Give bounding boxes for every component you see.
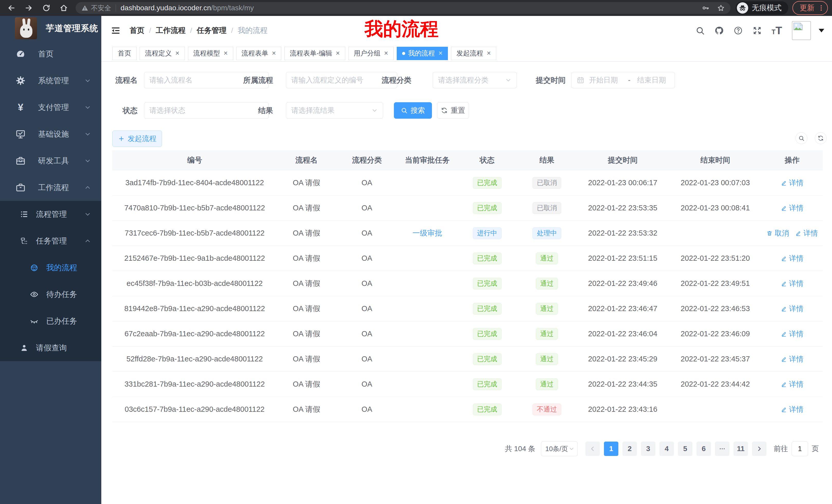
breadcrumb-item[interactable]: 任务管理 [197,25,227,36]
cancel-link[interactable]: 取消 [766,228,789,238]
tab-process-form[interactable]: 流程表单× [236,47,282,60]
tab-label: 用户分组 [354,49,381,58]
sidebar-item-my-process[interactable]: 我的流程 [0,254,101,281]
detail-link[interactable]: 详情 [795,228,818,238]
sidebar-item-process-management[interactable]: 流程管理 [0,201,101,228]
sidebar-item-done-task[interactable]: 已办任务 [0,308,101,334]
breadcrumb-separator: / [231,27,233,35]
yen-icon: ¥ [16,102,26,113]
cell-id: 3ad174fb-7b9d-11ec-8404-acde48001122 [112,178,277,187]
column-header: 状态 [457,155,517,165]
header-search-icon[interactable] [696,26,705,35]
browser-forward-icon[interactable] [25,4,33,12]
sidebar-item-leave-query[interactable]: 请假查询 [0,334,101,361]
fullscreen-icon[interactable] [753,26,762,35]
tab-label: 首页 [118,49,131,58]
detail-link[interactable]: 详情 [781,203,803,213]
sidebar-item-todo-task[interactable]: 待办任务 [0,281,101,308]
breadcrumb-item[interactable]: 工作流程 [156,25,186,36]
sidebar-item-infrastructure[interactable]: 基础设施 [0,121,101,147]
cell-id: 331bc281-7b9a-11ec-a290-acde48001122 [112,380,277,388]
tab-process-model[interactable]: 流程模型× [188,47,233,60]
detail-link[interactable]: 详情 [781,404,803,414]
close-icon[interactable]: × [384,50,388,57]
pager-more-icon[interactable] [715,442,729,456]
tab-process-definition[interactable]: 流程定义× [139,47,185,60]
submit-time-range-picker[interactable]: 开始日期 - 结束日期 [571,72,675,88]
tab-user-group[interactable]: 用户分组× [348,47,394,60]
start-process-button[interactable]: 发起流程 [112,131,162,147]
pager-page-5[interactable]: 5 [678,442,693,456]
cell-process-name: OA 请假 [277,379,336,389]
pager-prev-button[interactable] [586,442,600,456]
close-icon[interactable]: × [272,50,276,57]
robot-icon [30,263,38,272]
pager-next-button[interactable] [752,442,766,456]
sidebar-item-dev-tools[interactable]: 研发工具 [0,147,101,174]
reset-button[interactable]: 重置 [437,102,469,119]
page-size-select[interactable]: 10条/页 [541,441,578,456]
chevron-down-icon[interactable] [818,29,824,32]
task-link[interactable]: 一级审批 [412,229,442,237]
browser-reload-icon[interactable] [42,4,50,12]
detail-link[interactable]: 详情 [781,304,803,314]
browser-home-icon[interactable] [60,4,68,12]
detail-link[interactable]: 详情 [781,178,803,188]
goto-page-input[interactable] [791,441,808,456]
edit-icon [781,356,787,362]
tab-process-form-edit[interactable]: 流程表单-编辑× [284,47,345,60]
update-button[interactable]: 更新 [792,1,828,15]
sidebar-item-home[interactable]: 首页 [0,40,101,67]
edit-icon [781,331,787,337]
cell-actions: 详情 [761,380,823,389]
security-label[interactable]: 不安全 [91,4,111,12]
status-badge: 已完成 [473,278,502,289]
search-button[interactable]: 搜索 [394,102,432,119]
url-host: dashboard.yudao.iocoder.cn [121,4,211,12]
pager-page-1[interactable]: 1 [604,442,618,456]
toggle-search-button[interactable] [796,132,807,144]
refresh-table-button[interactable] [815,132,827,144]
close-icon[interactable]: × [175,50,179,57]
category-placeholder: 请选择流程分类 [438,75,505,85]
pager-page-3[interactable]: 3 [641,442,655,456]
close-icon[interactable]: × [224,50,228,57]
close-icon[interactable]: × [487,50,491,57]
sidebar-item-task-management[interactable]: 任务管理 [0,228,101,254]
pager-page-4[interactable]: 4 [659,442,674,456]
detail-link[interactable]: 详情 [781,254,803,263]
help-icon[interactable] [733,26,743,35]
category-select[interactable]: 请选择流程分类 [433,72,517,88]
result-select[interactable]: 请选择流结果 [286,102,383,119]
start-date-placeholder[interactable]: 开始日期 [589,75,621,85]
close-icon[interactable]: × [336,50,340,57]
detail-link[interactable]: 详情 [781,329,803,339]
avatar[interactable] [792,21,811,40]
pager-page-2[interactable]: 2 [622,442,637,456]
sidebar-item-system-management[interactable]: 系统管理 [0,67,101,94]
tab-my-process[interactable]: 我的流程× [397,47,448,60]
breadcrumb-item[interactable]: 首页 [130,25,145,36]
close-icon[interactable]: × [439,50,443,57]
pager-page-6[interactable]: 6 [697,442,711,456]
url-bar[interactable]: 不安全 dashboard.yudao.iocoder.cn /bpm/task… [76,2,730,14]
detail-link[interactable]: 详情 [781,354,803,364]
browser-back-icon[interactable] [7,4,16,12]
password-key-icon[interactable] [702,4,709,12]
tab-home[interactable]: 首页 [112,47,136,60]
app-logo[interactable]: 芋道管理系统 [0,16,101,40]
font-size-icon[interactable]: TT [772,26,782,35]
detail-link[interactable]: 详情 [781,279,803,288]
search-icon [401,107,408,114]
detail-link[interactable]: 详情 [781,380,803,389]
sidebar-item-workflow[interactable]: 工作流程 [0,174,101,201]
cell-end-time: 2022-01-22 23:45:37 [669,355,761,363]
tab-start-process[interactable]: 发起流程× [451,47,496,60]
pager-page-11[interactable]: 11 [733,442,748,456]
github-icon[interactable] [714,26,724,35]
sidebar-item-payment-management[interactable]: ¥支付管理 [0,94,101,121]
sidebar-toggle-icon[interactable] [110,25,121,36]
menu-dots-icon[interactable] [817,4,825,11]
bookmark-star-icon[interactable] [717,4,725,12]
end-date-placeholder[interactable]: 结束日期 [637,75,670,85]
